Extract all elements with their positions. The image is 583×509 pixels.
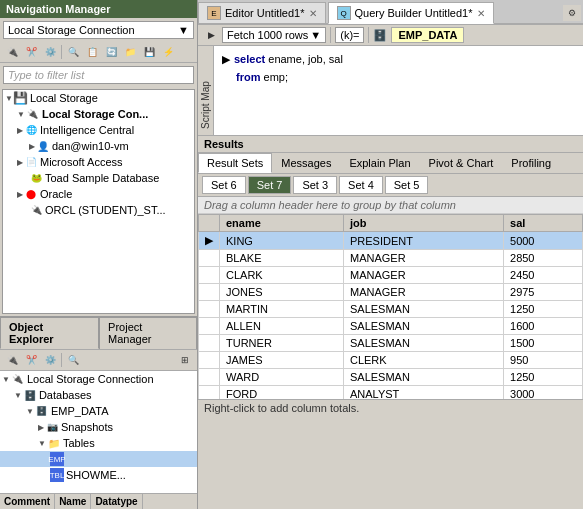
sql-editor[interactable]: ▶ select ename, job, sal from emp; bbox=[214, 46, 583, 136]
table-row[interactable]: ▶KINGPRESIDENT5000 bbox=[199, 232, 583, 250]
table-row[interactable]: WARDSALESMAN1250 bbox=[199, 369, 583, 386]
expand-icon[interactable]: ▶ bbox=[17, 158, 23, 167]
name-bar: Comment Name Datatype bbox=[0, 493, 197, 509]
bottom-filter-btn[interactable]: ⊞ bbox=[176, 352, 194, 368]
bottom-btn-3[interactable]: ⚙️ bbox=[41, 352, 59, 368]
col-header-job[interactable]: job bbox=[343, 215, 503, 232]
col-datatype: Datatype bbox=[91, 494, 142, 509]
results-tab-profiling[interactable]: Profiling bbox=[502, 153, 560, 173]
table-row[interactable]: CLARKMANAGER2450 bbox=[199, 267, 583, 284]
cell-ename: KING bbox=[220, 232, 344, 250]
col-header-ename[interactable]: ename bbox=[220, 215, 344, 232]
fetch-dropdown[interactable]: Fetch 1000 rows ▼ bbox=[222, 27, 326, 43]
set-tab-6[interactable]: Set 6 bbox=[202, 176, 246, 194]
expand-icon[interactable]: ▼ bbox=[17, 110, 25, 119]
cell-ename: MARTIN bbox=[220, 301, 344, 318]
tree-item-local-storage[interactable]: ▼ 💾 Local Storage bbox=[3, 90, 194, 106]
table-row[interactable]: JONESMANAGER2975 bbox=[199, 284, 583, 301]
tree-item-oracle[interactable]: ▶ ⬤ Oracle bbox=[3, 186, 194, 202]
filter-box[interactable]: Type to filter list bbox=[3, 66, 194, 84]
nav-btn-3[interactable]: ⚙️ bbox=[41, 44, 59, 60]
expand-icon[interactable]: ▼ bbox=[2, 375, 10, 384]
cell-ename: CLARK bbox=[220, 267, 344, 284]
nav-btn-9[interactable]: ⚡ bbox=[159, 44, 177, 60]
tree-item-emp[interactable]: EMP bbox=[0, 451, 197, 467]
bottom-btn-1[interactable]: 🔌 bbox=[3, 352, 21, 368]
editor-tab-bar: E Editor Untitled1* ✕ Q Query Builder Un… bbox=[198, 0, 583, 25]
cell-job: MANAGER bbox=[343, 250, 503, 267]
nav-btn-6[interactable]: 🔄 bbox=[102, 44, 120, 60]
nav-btn-7[interactable]: 📁 bbox=[121, 44, 139, 60]
col-header-sal[interactable]: sal bbox=[504, 215, 583, 232]
expand-icon[interactable]: ▶ bbox=[38, 423, 44, 432]
tab-query-builder[interactable]: Q Query Builder Untitled1* ✕ bbox=[328, 2, 494, 24]
orcl-icon: 🔌 bbox=[29, 203, 43, 217]
nav-btn-1[interactable]: 🔌 bbox=[3, 44, 21, 60]
row-arrow-icon bbox=[199, 318, 220, 335]
fx-button[interactable]: (k)= bbox=[335, 27, 364, 43]
table-row[interactable]: TURNERSALESMAN1500 bbox=[199, 335, 583, 352]
set-tab-3[interactable]: Set 3 bbox=[293, 176, 337, 194]
tree-item-local-con[interactable]: ▼ 🔌 Local Storage Con... bbox=[3, 106, 194, 122]
tree-item-showme[interactable]: TBL SHOWME... bbox=[0, 467, 197, 483]
cell-ename: WARD bbox=[220, 369, 344, 386]
set-tab-4[interactable]: Set 4 bbox=[339, 176, 383, 194]
row-arrow-icon bbox=[199, 335, 220, 352]
expand-icon[interactable]: ▼ bbox=[14, 391, 22, 400]
nav-btn-4[interactable]: 🔍 bbox=[64, 44, 82, 60]
tab-extra-btn[interactable]: ⚙ bbox=[563, 5, 581, 21]
tree-item-snapshots[interactable]: ▶ 📷 Snapshots bbox=[0, 419, 197, 435]
bottom-btn-4[interactable]: 🔍 bbox=[64, 352, 82, 368]
sql-toolbar-run-btn[interactable]: ▶ bbox=[202, 27, 220, 43]
databases-icon: 🗄️ bbox=[23, 388, 37, 402]
tree-item-dan[interactable]: ▶ 👤 dan@win10-vm bbox=[3, 138, 194, 154]
tree-item-databases[interactable]: ▼ 🗄️ Databases bbox=[0, 387, 197, 403]
expand-icon[interactable]: ▼ bbox=[26, 407, 34, 416]
ms-access-icon: 📄 bbox=[24, 155, 38, 169]
side-tab-script-map[interactable]: Script Map bbox=[198, 46, 213, 136]
bottom-btn-2[interactable]: ✂️ bbox=[22, 352, 40, 368]
bottom-toolbar: 🔌 ✂️ ⚙️ 🔍 ⊞ bbox=[0, 350, 197, 371]
expand-icon[interactable]: ▼ bbox=[38, 439, 46, 448]
results-table: ename job sal ▶KINGPRESIDENT5000BLAKEMAN… bbox=[198, 214, 583, 399]
tree-item-orcl[interactable]: 🔌 ORCL (STUDENT)_ST... bbox=[3, 202, 194, 218]
set-tab-7[interactable]: Set 7 bbox=[248, 176, 292, 194]
editor-tab-close-icon[interactable]: ✕ bbox=[309, 8, 317, 19]
table-row[interactable]: MARTINSALESMAN1250 bbox=[199, 301, 583, 318]
table-row[interactable]: ALLENSALESMAN1600 bbox=[199, 318, 583, 335]
tab-object-explorer[interactable]: Object Explorer bbox=[0, 317, 99, 349]
expand-icon[interactable]: ▶ bbox=[29, 142, 35, 151]
tree-item-local-con-b[interactable]: ▼ 🔌 Local Storage Connection bbox=[0, 371, 197, 387]
table-row[interactable]: BLAKEMANAGER2850 bbox=[199, 250, 583, 267]
cell-job: SALESMAN bbox=[343, 335, 503, 352]
tree-item-tables[interactable]: ▼ 📁 Tables bbox=[0, 435, 197, 451]
results-tab-result-sets[interactable]: Result Sets bbox=[198, 153, 272, 173]
expand-icon[interactable]: ▶ bbox=[17, 126, 23, 135]
results-tab-explain-plan[interactable]: Explain Plan bbox=[340, 153, 419, 173]
set-tab-5[interactable]: Set 5 bbox=[385, 176, 429, 194]
table-row[interactable]: JAMESCLERK950 bbox=[199, 352, 583, 369]
local-con-icon: 🔌 bbox=[26, 107, 40, 121]
expand-icon[interactable]: ▶ bbox=[17, 190, 23, 199]
nav-btn-5[interactable]: 📋 bbox=[83, 44, 101, 60]
results-tab-pivot-chart[interactable]: Pivot & Chart bbox=[420, 153, 503, 173]
results-tab-messages[interactable]: Messages bbox=[272, 153, 340, 173]
tree-item-emp-data[interactable]: ▼ 🗄️ EMP_DATA bbox=[0, 403, 197, 419]
cell-ename: TURNER bbox=[220, 335, 344, 352]
tree-item-toad[interactable]: 🐸 Toad Sample Database bbox=[3, 170, 194, 186]
results-table-scroll[interactable]: ename job sal ▶KINGPRESIDENT5000BLAKEMAN… bbox=[198, 214, 583, 399]
tab-editor[interactable]: E Editor Untitled1* ✕ bbox=[198, 2, 326, 23]
drag-hint: Drag a column header here to group by th… bbox=[198, 197, 583, 214]
expand-icon[interactable]: ▼ bbox=[5, 94, 13, 103]
query-tab-close-icon[interactable]: ✕ bbox=[477, 8, 485, 19]
cell-ename: ALLEN bbox=[220, 318, 344, 335]
table-row[interactable]: FORDANALYST3000 bbox=[199, 386, 583, 400]
nav-btn-8[interactable]: 💾 bbox=[140, 44, 158, 60]
row-arrow-icon: ▶ bbox=[199, 232, 220, 250]
tree-item-intel[interactable]: ▶ 🌐 Intelligence Central bbox=[3, 122, 194, 138]
col-name: Name bbox=[55, 494, 91, 509]
tree-item-ms-access[interactable]: ▶ 📄 Microsoft Access bbox=[3, 154, 194, 170]
connection-dropdown[interactable]: Local Storage Connection ▼ bbox=[3, 21, 194, 39]
nav-btn-2[interactable]: ✂️ bbox=[22, 44, 40, 60]
tab-project-manager[interactable]: Project Manager bbox=[99, 317, 197, 349]
